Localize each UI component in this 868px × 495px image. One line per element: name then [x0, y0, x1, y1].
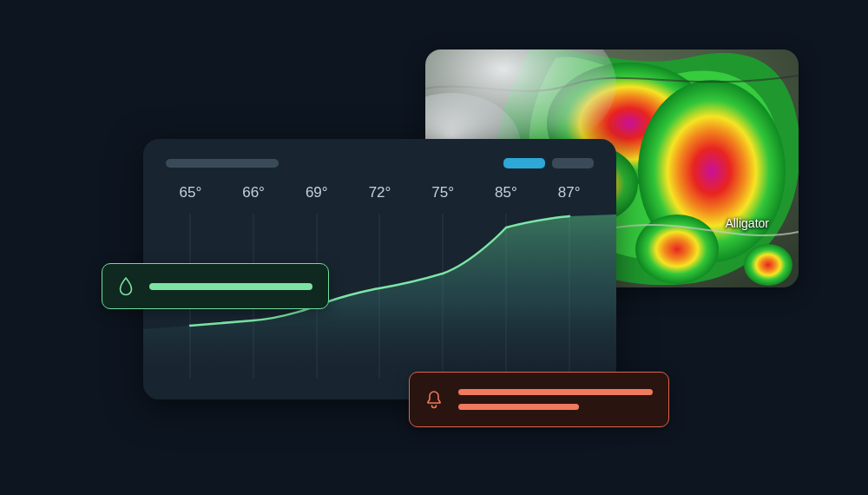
svg-point-5 — [744, 244, 792, 286]
droplet-icon — [118, 277, 134, 296]
chart-view-toggle-b[interactable] — [552, 158, 594, 168]
humidity-card[interactable] — [102, 263, 329, 309]
chart-title-placeholder — [166, 159, 279, 168]
chart-header — [143, 139, 616, 177]
temperature-values-row: 65° 66° 69° 72° 75° 85° 87° — [159, 184, 601, 201]
chart-view-toggle-a[interactable] — [503, 158, 545, 168]
temp-value: 85° — [475, 184, 538, 201]
bell-icon — [425, 390, 443, 409]
temp-value: 65° — [159, 184, 222, 201]
temp-value: 75° — [411, 184, 475, 201]
temp-value: 72° — [348, 184, 411, 201]
temp-value: 87° — [537, 184, 601, 201]
temp-value: 66° — [222, 184, 286, 201]
temp-value: 69° — [285, 184, 348, 201]
alert-text-placeholder — [458, 389, 653, 410]
alert-card[interactable] — [409, 372, 669, 427]
humidity-text-placeholder — [149, 283, 312, 290]
